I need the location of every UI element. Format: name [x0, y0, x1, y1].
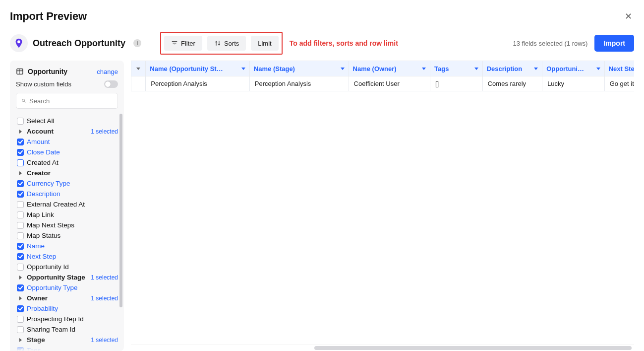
selected-badge: 1 selected [91, 337, 118, 344]
field-checkbox[interactable] [17, 159, 24, 166]
field-item[interactable]: Probability [10, 303, 124, 314]
field-item[interactable]: Map Status [10, 230, 124, 241]
field-item[interactable]: Map Next Steps [10, 220, 124, 230]
field-checkbox[interactable] [17, 253, 24, 260]
custom-fields-label: Show custom fields [16, 80, 71, 88]
column-header-label: Next Step [609, 65, 634, 72]
chevron-down-icon[interactable] [341, 68, 345, 70]
field-label: Sharing Team Id [27, 326, 118, 333]
field-item[interactable]: External Created At [10, 199, 124, 210]
sorts-button[interactable]: Sorts [207, 36, 246, 51]
toolbar-annotation: To add filters, sorts and row limit [290, 39, 398, 47]
field-item[interactable]: Tags [10, 345, 124, 351]
field-item[interactable]: Name [10, 241, 124, 251]
page-title: Import Preview [10, 10, 87, 23]
filter-button[interactable]: Filter [164, 36, 202, 51]
field-group[interactable]: Stage1 selected [10, 335, 124, 345]
column-header[interactable]: Tags [430, 61, 483, 76]
field-item[interactable]: Prospecting Rep Id [10, 314, 124, 324]
select-all-row[interactable]: Select All [10, 116, 124, 126]
field-item[interactable]: Opportunity Type [10, 282, 124, 293]
field-group[interactable]: Account1 selected [10, 126, 124, 137]
column-header[interactable]: Name (Stage) [249, 61, 349, 76]
chevron-right-icon [19, 276, 22, 280]
field-checkbox[interactable] [17, 347, 24, 351]
info-icon[interactable]: i [133, 39, 141, 47]
field-item[interactable]: Amount [10, 137, 124, 147]
table-icon [16, 68, 24, 75]
toolbar: Filter Sorts Limit To add filters, sorts… [160, 32, 506, 55]
field-item[interactable]: Created At [10, 157, 124, 168]
select-all-checkbox[interactable] [17, 118, 24, 125]
datasource-brand: Outreach Opportunity i [10, 34, 141, 52]
field-checkbox[interactable] [17, 201, 24, 208]
custom-fields-row: Show custom fields [10, 79, 124, 93]
field-checkbox[interactable] [17, 326, 24, 333]
field-list[interactable]: Select All Account1 selectedAmountClose … [10, 114, 124, 351]
import-button[interactable]: Import [594, 35, 634, 52]
field-item[interactable]: Close Date [10, 147, 124, 157]
field-label: Map Link [27, 211, 118, 218]
field-item[interactable]: Opportunity Id [10, 262, 124, 272]
field-label: External Created At [27, 201, 118, 208]
corner-header[interactable] [131, 61, 146, 76]
field-sidebar: Opportunity change Show custom fields Se… [10, 61, 124, 351]
field-checkbox[interactable] [17, 232, 24, 239]
field-label: Opportunity Type [27, 284, 118, 291]
field-item[interactable]: Description [10, 189, 124, 199]
field-label: Owner [27, 294, 91, 302]
chevron-down-icon[interactable] [474, 68, 478, 70]
field-checkbox[interactable] [17, 149, 24, 156]
selected-badge: 1 selected [91, 274, 118, 281]
field-checkbox[interactable] [17, 243, 24, 250]
toolbar-highlight: Filter Sorts Limit [160, 32, 283, 55]
content-area: Opportunity change Show custom fields Se… [10, 61, 634, 351]
field-group[interactable]: Creator [10, 168, 124, 178]
chevron-down-icon[interactable] [241, 68, 245, 70]
column-header[interactable]: Next Step [604, 61, 634, 76]
chevron-down-icon[interactable] [534, 68, 538, 70]
svg-rect-1 [17, 69, 23, 74]
column-header[interactable]: Name (Opportunity St… [146, 61, 250, 76]
data-grid[interactable]: Name (Opportunity St…Name (Stage)Name (O… [131, 61, 634, 91]
field-checkbox[interactable] [17, 305, 24, 312]
column-header[interactable]: Opportuni… [542, 61, 604, 76]
change-link[interactable]: change [97, 68, 118, 75]
field-checkbox[interactable] [17, 139, 24, 145]
table-cell: [] [430, 76, 483, 91]
field-item[interactable]: Map Link [10, 210, 124, 220]
field-checkbox[interactable] [17, 211, 24, 218]
chevron-down-icon[interactable] [596, 68, 600, 70]
field-checkbox[interactable] [17, 284, 24, 291]
close-button[interactable]: ✕ [623, 9, 634, 24]
search-input-wrap[interactable] [16, 93, 118, 109]
field-checkbox[interactable] [17, 316, 24, 323]
field-group[interactable]: Owner1 selected [10, 293, 124, 303]
limit-label: Limit [258, 40, 271, 47]
svg-point-0 [17, 40, 20, 43]
column-header-label: Name (Owner) [353, 65, 419, 72]
field-group[interactable]: Opportunity Stage1 selected [10, 272, 124, 282]
sidebar-scrollbar[interactable] [119, 114, 122, 307]
table-cell: Perception Analysis [249, 76, 349, 91]
field-checkbox[interactable] [17, 222, 24, 229]
chevron-down-icon[interactable] [422, 68, 426, 70]
field-item[interactable]: Next Step [10, 251, 124, 262]
custom-fields-toggle[interactable] [104, 80, 118, 88]
horizontal-scrollbar-track [131, 345, 634, 351]
field-checkbox[interactable] [17, 264, 24, 271]
table-row[interactable]: Perception AnalysisPerception AnalysisCo… [131, 76, 635, 91]
app-root: Import Preview ✕ Outreach Opportunity i … [0, 0, 644, 351]
field-checkbox[interactable] [17, 191, 24, 198]
column-header[interactable]: Description [482, 61, 542, 76]
sorts-label: Sorts [224, 40, 239, 47]
datasource-name: Outreach Opportunity [33, 38, 125, 49]
field-checkbox[interactable] [17, 180, 24, 187]
field-item[interactable]: Sharing Team Id [10, 324, 124, 335]
column-header[interactable]: Name (Owner) [349, 61, 430, 76]
field-item[interactable]: Currency Type [10, 178, 124, 189]
preview-table: Name (Opportunity St…Name (Stage)Name (O… [131, 61, 634, 91]
limit-button[interactable]: Limit [251, 36, 278, 51]
horizontal-scrollbar[interactable] [314, 346, 632, 350]
search-input[interactable] [29, 97, 113, 105]
